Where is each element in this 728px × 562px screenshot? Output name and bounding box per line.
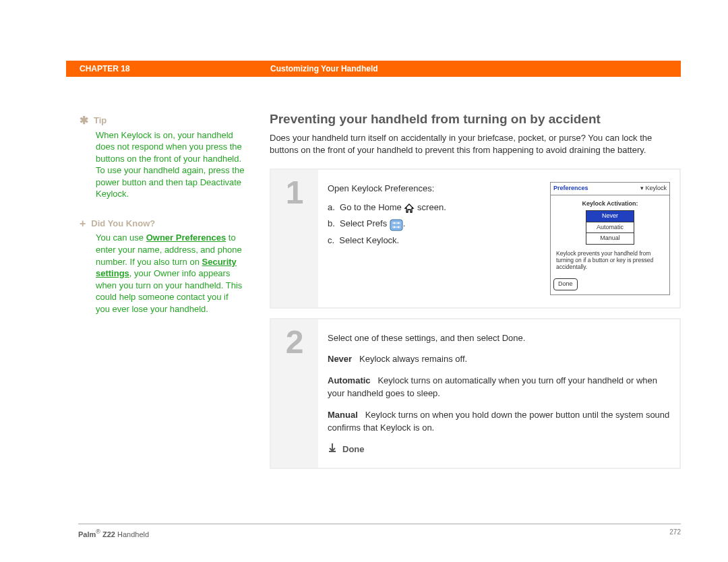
step-2-box: 2 Select one of these settings, and then…: [270, 318, 681, 470]
prefs-icon: [390, 218, 403, 231]
never-label: Never: [328, 354, 352, 364]
automatic-label: Automatic: [328, 375, 371, 385]
step-1-number: 1: [271, 170, 318, 307]
manual-desc: Keylock turns on when you hold down the …: [328, 410, 669, 433]
step-1b-text1: Select Prefs: [340, 218, 387, 228]
page-title: Preventing your handheld from turning on…: [270, 112, 681, 127]
step-1b-prefix: b.: [328, 218, 335, 228]
step-2-text: Select one of these settings, and then s…: [328, 332, 670, 456]
step-1a: a. Go to the Home screen.: [328, 201, 538, 214]
did-you-know-body: You can use Owner Preferences to enter y…: [96, 232, 245, 315]
screenshot-pref-label: Preferences: [553, 184, 588, 193]
step-1b: b. Select Prefs .: [328, 217, 538, 230]
tip-block: ✱ Tip When Keylock is on, your handheld …: [80, 113, 245, 200]
home-icon: [404, 201, 415, 215]
step-1-box: 1 Open Keylock Preferences: a. Go to the…: [270, 168, 681, 309]
option-never: Never: [586, 211, 634, 222]
option-manual: Manual: [586, 233, 634, 244]
tip-body: When Keylock is on, your handheld does n…: [96, 129, 245, 200]
step-1c-prefix: c.: [328, 235, 334, 245]
manual-label: Manual: [328, 410, 358, 420]
tip-label: Tip: [94, 115, 107, 127]
keylock-screenshot: Preferences ▾ Keylock Keylock Activation…: [550, 182, 670, 295]
footer-brand: Palm® Z22 Handheld: [78, 528, 149, 538]
manual-row: Manual Keylock turns on when you hold do…: [328, 408, 670, 435]
plus-icon: +: [80, 216, 86, 231]
screenshot-dropdown-value: Keylock: [645, 185, 667, 191]
screenshot-header: Preferences ▾ Keylock: [551, 183, 669, 195]
did-you-know-label: Did You Know?: [91, 218, 155, 230]
screenshot-dropdown: ▾ Keylock: [640, 184, 667, 193]
owner-preferences-link[interactable]: Owner Preferences: [146, 232, 226, 243]
dyk-text-1: You can use: [96, 232, 146, 243]
screenshot-done-wrap: Done: [551, 276, 669, 294]
done-arrow-icon: [328, 443, 337, 456]
step-2-lead: Select one of these settings, and then s…: [328, 332, 670, 345]
done-line: Done: [328, 443, 670, 456]
screenshot-note: Keylock prevents your handheld from turn…: [555, 250, 665, 274]
step-1c: c. Select Keylock.: [328, 234, 538, 247]
sidebar: ✱ Tip When Keylock is on, your handheld …: [80, 113, 245, 331]
chapter-title: Customizing Your Handheld: [265, 64, 378, 73]
option-automatic: Automatic: [586, 222, 634, 234]
page-footer: Palm® Z22 Handheld 272: [78, 524, 681, 538]
footer-model: Z22: [102, 530, 115, 538]
page-number: 272: [669, 528, 681, 538]
never-row: Never Keylock always remains off.: [328, 352, 670, 366]
step-2-number: 2: [271, 319, 318, 468]
step-1-text: Open Keylock Preferences: a. Go to the H…: [328, 182, 538, 295]
step-2-content: Select one of these settings, and then s…: [318, 319, 679, 468]
step-1-lead: Open Keylock Preferences:: [328, 182, 538, 195]
footer-suffix: Handheld: [117, 530, 149, 538]
tip-header: ✱ Tip: [80, 113, 245, 128]
chapter-header: CHAPTER 18 Customizing Your Handheld: [66, 61, 681, 77]
done-label: Done: [342, 443, 365, 456]
chapter-label: CHAPTER 18: [66, 64, 265, 73]
registered-icon: ®: [96, 528, 100, 535]
step-1a-text1: Go to the Home: [340, 202, 402, 212]
activation-label: Keylock Activation:: [555, 199, 665, 209]
step-1b-text2: .: [403, 218, 406, 228]
svg-rect-0: [390, 220, 402, 230]
automatic-row: Automatic Keylock turns on automatically…: [328, 374, 670, 400]
main-content: Preventing your handheld from turning on…: [270, 112, 681, 478]
step-1-content: Open Keylock Preferences: a. Go to the H…: [318, 170, 679, 307]
option-list: Never Automatic Manual: [586, 210, 634, 245]
intro-paragraph: Does your handheld turn itself on accide…: [270, 132, 681, 156]
never-desc: Keylock always remains off.: [359, 354, 467, 364]
step-1a-text2: screen.: [417, 202, 446, 212]
screenshot-body: Keylock Activation: Never Automatic Manu…: [551, 195, 669, 276]
step-1c-text: Select Keylock.: [339, 235, 399, 245]
step-1a-prefix: a.: [328, 202, 335, 212]
did-you-know-header: + Did You Know?: [80, 216, 245, 231]
automatic-desc: Keylock turns on automatically when you …: [328, 375, 657, 399]
asterisk-icon: ✱: [80, 113, 88, 128]
footer-brand-name: Palm: [78, 530, 96, 538]
did-you-know-block: + Did You Know? You can use Owner Prefer…: [80, 216, 245, 315]
screenshot-done-button: Done: [553, 278, 578, 290]
